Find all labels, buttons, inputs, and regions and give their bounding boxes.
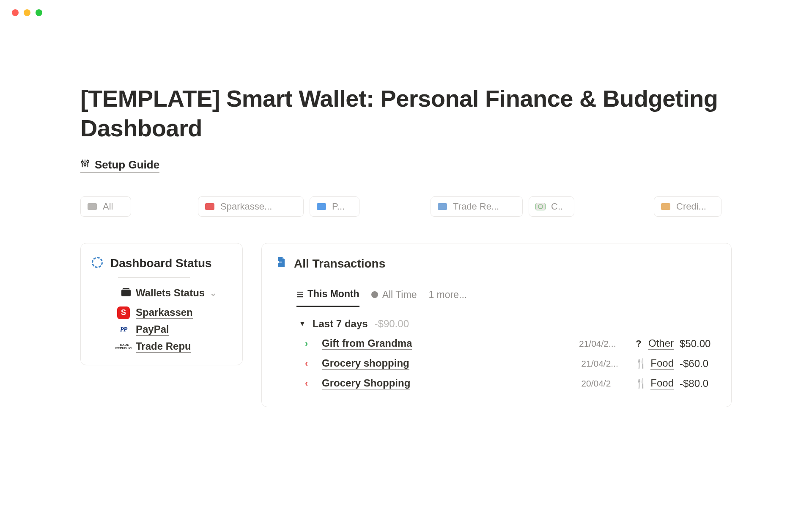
chevron-down-icon: ⌄ bbox=[210, 288, 217, 298]
transaction-category: Other bbox=[648, 337, 674, 350]
card-icon bbox=[205, 203, 214, 210]
window-controls bbox=[0, 0, 812, 16]
wallet-tab-cash[interactable]: C.. bbox=[529, 196, 574, 217]
divider bbox=[118, 277, 190, 278]
view-tab-label: This Month bbox=[307, 288, 359, 300]
setup-guide-link[interactable]: Setup Guide bbox=[80, 158, 159, 173]
card-icon bbox=[661, 203, 670, 210]
wallets-status-label: Wallets Status bbox=[136, 287, 205, 299]
wallet-tab-label: C.. bbox=[551, 201, 563, 212]
wallet-tab-label: Sparkasse... bbox=[220, 201, 272, 212]
card-icon bbox=[317, 203, 326, 210]
wallet-icon bbox=[121, 290, 131, 296]
arrow-out-icon: ‹ bbox=[305, 378, 315, 389]
wallet-item-label: Trade Repu bbox=[136, 340, 191, 353]
wallet-list: S Sparkassen PP PayPal TRADEREPUBLIC Tra… bbox=[117, 306, 231, 353]
wallet-tab-all[interactable]: All bbox=[80, 196, 131, 217]
view-tabs-more[interactable]: 1 more... bbox=[428, 289, 467, 306]
wallet-tab-label: Credi... bbox=[676, 201, 706, 212]
wallet-tabs-row: All Sparkasse... P... Trade Re... C.. Cr… bbox=[80, 196, 732, 217]
svg-point-3 bbox=[84, 163, 86, 166]
arrow-out-icon: ‹ bbox=[305, 358, 315, 369]
status-ring-icon bbox=[92, 257, 103, 268]
page-title: [TEMPLATE] Smart Wallet: Personal Financ… bbox=[80, 84, 732, 143]
svg-point-5 bbox=[87, 160, 89, 163]
all-transactions-title: All Transactions bbox=[294, 257, 385, 271]
paypal-icon: PP bbox=[117, 323, 130, 336]
group-amount: -$90.00 bbox=[375, 318, 409, 330]
card-icon bbox=[88, 203, 97, 210]
dashboard-status-title: Dashboard Status bbox=[110, 255, 212, 271]
view-tab-label: All Time bbox=[382, 289, 417, 301]
wallet-tab-sparkasse[interactable]: Sparkasse... bbox=[198, 196, 304, 217]
wallet-tab-credit[interactable]: Credi... bbox=[654, 196, 721, 217]
close-window-button[interactable] bbox=[12, 9, 19, 16]
wallet-item-label: Sparkassen bbox=[136, 306, 193, 319]
transaction-row[interactable]: ‹ Grocery Shopping 20/04/2 🍴 Food -$80.0 bbox=[305, 377, 717, 389]
transaction-date: 20/04/2 bbox=[581, 378, 628, 389]
transaction-row[interactable]: › Gift from Grandma 21/04/2... ? Other $… bbox=[305, 337, 717, 350]
wallet-tab-traderepublic[interactable]: Trade Re... bbox=[431, 196, 523, 217]
minimize-window-button[interactable] bbox=[24, 9, 30, 16]
wallet-item-label: PayPal bbox=[136, 323, 169, 336]
view-tab-this-month[interactable]: This Month bbox=[296, 288, 359, 307]
transaction-amount: $50.00 bbox=[680, 338, 717, 350]
transactions-icon bbox=[276, 256, 286, 271]
svg-point-1 bbox=[81, 161, 83, 163]
maximize-window-button[interactable] bbox=[36, 9, 42, 16]
transaction-category: Food bbox=[650, 357, 674, 370]
group-last-7-days[interactable]: ▼ Last 7 days -$90.00 bbox=[299, 318, 717, 330]
category-other-icon: ? bbox=[633, 338, 644, 349]
view-tab-all-time[interactable]: All Time bbox=[371, 289, 417, 306]
transaction-name: Grocery Shopping bbox=[322, 377, 410, 389]
wallet-item-traderepublic[interactable]: TRADEREPUBLIC Trade Repu bbox=[117, 340, 231, 353]
wallet-tab-label: P... bbox=[332, 201, 345, 212]
wallet-tab-paypal[interactable]: P... bbox=[310, 196, 359, 217]
wallet-tab-label: Trade Re... bbox=[453, 201, 499, 212]
group-label: Last 7 days bbox=[313, 318, 368, 330]
dot-icon bbox=[371, 291, 378, 298]
dashboard-status-card: Dashboard Status Wallets Status ⌄ S Spar… bbox=[80, 243, 243, 365]
triangle-down-icon: ▼ bbox=[299, 320, 306, 328]
transaction-name: Grocery shopping bbox=[322, 357, 409, 370]
sliders-icon bbox=[80, 158, 90, 171]
transaction-amount: -$60.0 bbox=[680, 358, 717, 370]
wallets-status-toggle[interactable]: Wallets Status ⌄ bbox=[121, 287, 231, 299]
arrow-in-icon: › bbox=[305, 338, 315, 349]
category-food-icon: 🍴 bbox=[635, 358, 646, 369]
traderepublic-icon: TRADEREPUBLIC bbox=[117, 340, 130, 353]
sparkasse-icon: S bbox=[117, 306, 130, 319]
wallet-item-paypal[interactable]: PP PayPal bbox=[117, 323, 231, 336]
list-icon bbox=[296, 288, 303, 300]
wallet-tab-label: All bbox=[103, 201, 113, 212]
card-icon bbox=[438, 203, 447, 210]
wallet-item-sparkassen[interactable]: S Sparkassen bbox=[117, 306, 231, 319]
transaction-name: Gift from Grandma bbox=[322, 337, 412, 350]
setup-guide-label: Setup Guide bbox=[95, 158, 159, 171]
transaction-category: Food bbox=[650, 377, 674, 389]
transaction-row[interactable]: ‹ Grocery shopping 21/04/2... 🍴 Food -$6… bbox=[305, 357, 717, 370]
view-tabs: This Month All Time 1 more... bbox=[296, 288, 717, 307]
cash-icon bbox=[536, 203, 545, 210]
transaction-amount: -$80.0 bbox=[680, 378, 717, 389]
transaction-date: 21/04/2... bbox=[581, 359, 628, 369]
transaction-date: 21/04/2... bbox=[579, 339, 625, 349]
category-food-icon: 🍴 bbox=[635, 378, 646, 389]
divider bbox=[296, 278, 717, 278]
all-transactions-card: All Transactions This Month All Time 1 m… bbox=[261, 243, 732, 407]
